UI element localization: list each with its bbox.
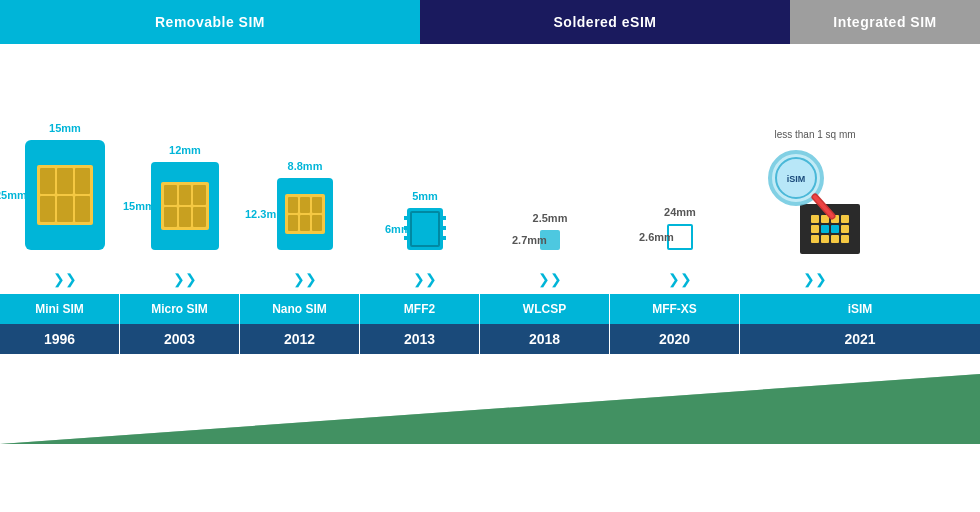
chevrons-row: ❯❯ ❯❯ ❯❯ ❯❯ ❯❯ ❯❯ ❯❯ [0, 264, 980, 294]
sim-cards-area: 15mm 25mm 12mm 15mm 8.8mm [0, 44, 980, 264]
nano-sim-name: Nano SIM [240, 294, 359, 324]
chevron-mini: ❯❯ [5, 264, 125, 294]
mini-sim-width: 15mm [49, 122, 81, 134]
nano-sim-chip [285, 194, 324, 234]
mff2-year: 2013 [360, 324, 479, 354]
integrated-sim-label: Integrated SIM [833, 14, 936, 30]
mff2-name: MFF2 [360, 294, 479, 324]
mini-sim-chip [37, 165, 93, 226]
mff-xs-col: 24mm 2.6mm [615, 224, 745, 264]
nano-sim-card [277, 178, 333, 250]
header-soldered: Soldered eSIM [420, 0, 790, 44]
timeline-mff2: MFF2 2013 [360, 294, 480, 354]
wlcsp-year: 2018 [480, 324, 609, 354]
svg-line-4 [815, 197, 832, 216]
micro-sim-col: 12mm 15mm [125, 162, 245, 264]
timeline-micro-sim: Micro SIM 2003 [120, 294, 240, 354]
mini-sim-year: 1996 [0, 324, 119, 354]
magnifier-icon: iSIM [760, 144, 840, 224]
chevron-mff2: ❯❯ [365, 264, 485, 294]
wlcsp-name: WLCSP [480, 294, 609, 324]
mini-sim-col: 15mm 25mm [5, 140, 125, 264]
timeline-nano-sim: Nano SIM 2012 [240, 294, 360, 354]
header-integrated: Integrated SIM [790, 0, 980, 44]
chevron-nano: ❯❯ [245, 264, 365, 294]
chevron-mff-xs: ❯❯ [615, 264, 745, 294]
svg-text:iSIM: iSIM [787, 174, 806, 184]
mini-sim-height: 25mm [0, 189, 27, 201]
timeline-mff-xs: MFF-XS 2020 [610, 294, 740, 354]
soldered-esim-label: Soldered eSIM [554, 14, 657, 30]
timeline-row: Mini SIM 1996 Micro SIM 2003 Nano SIM 20… [0, 294, 980, 354]
mini-sim-card [25, 140, 105, 250]
header-removable: Removable SIM [0, 0, 420, 44]
chevron-micro: ❯❯ [125, 264, 245, 294]
nano-sim-col: 8.8mm 12.3mm [245, 178, 365, 264]
timeline-wlcsp: WLCSP 2018 [480, 294, 610, 354]
timeline-isim: iSIM 2021 [740, 294, 980, 354]
mff-xs-name: MFF-XS [610, 294, 739, 324]
isim-size-label: less than 1 sq mm [774, 129, 855, 140]
energy-label: ENERGY CONSUMPTION [30, 372, 378, 403]
removable-sim-label: Removable SIM [155, 14, 265, 30]
chevron-wlcsp: ❯❯ [485, 264, 615, 294]
isim-col: less than 1 sq mm [745, 129, 885, 264]
nano-sim-year: 2012 [240, 324, 359, 354]
micro-sim-name: Micro SIM [120, 294, 239, 324]
mff2-width: 5mm [412, 190, 438, 202]
mff2-chip [407, 208, 443, 250]
micro-sim-width: 12mm [169, 144, 201, 156]
isim-year: 2021 [740, 324, 980, 354]
wlcsp-col: 2.5mm 2.7mm [485, 230, 615, 264]
isim-name: iSIM [740, 294, 980, 324]
mff-xs-width: 24mm [664, 206, 696, 218]
mff2-col: 5mm 6mm [365, 208, 485, 264]
micro-sim-chip [161, 182, 209, 230]
chevron-isim: ❯❯ [745, 264, 885, 294]
wlcsp-width: 2.5mm [533, 212, 568, 224]
mff-xs-year: 2020 [610, 324, 739, 354]
energy-section: ENERGY CONSUMPTION [0, 354, 980, 444]
micro-sim-card [151, 162, 219, 250]
wlcsp-height: 2.7mm [512, 234, 547, 246]
mff-xs-height: 2.6mm [639, 231, 674, 243]
header-row: Removable SIM Soldered eSIM Integrated S… [0, 0, 980, 44]
isim-magnifier-area: iSIM [760, 144, 870, 254]
micro-sim-year: 2003 [120, 324, 239, 354]
nano-sim-width: 8.8mm [288, 160, 323, 172]
timeline-mini-sim: Mini SIM 1996 [0, 294, 120, 354]
mini-sim-name: Mini SIM [0, 294, 119, 324]
